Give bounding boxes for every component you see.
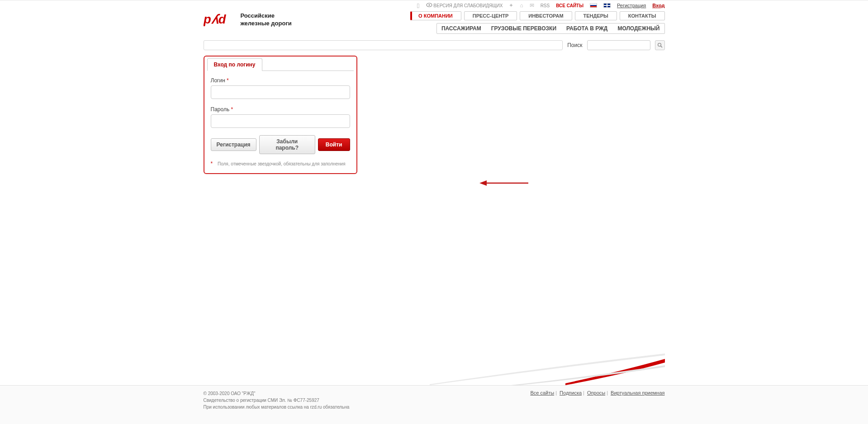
svg-text:pʎd: pʎd (204, 12, 227, 26)
footer-link-reception[interactable]: Виртуальная приемная (611, 390, 664, 396)
footer-regcert: Свидетельство о регистрации СМИ Эл. № ФС… (204, 397, 350, 404)
submit-login-button[interactable]: Войти (318, 138, 350, 151)
search-icon (657, 42, 663, 48)
footer-decoration (204, 349, 665, 385)
search-label: Поиск (567, 42, 582, 48)
nav-column: О КОМПАНИИ ПРЕСС-ЦЕНТР ИНВЕСТОРАМ ТЕНДЕР… (410, 11, 664, 34)
header-utility-row: ▯ ВЕРСИЯ ДЛЯ СЛАБОВИДЯЩИХ ✦ ⌂ ✉ RSS ВСЕ … (204, 0, 665, 11)
footer-link-subscribe[interactable]: Подписка (560, 390, 582, 396)
footer-right: Все сайты| Подписка| Опросы| Виртуальная… (530, 390, 664, 410)
nav-press[interactable]: ПРЕСС-ЦЕНТР (464, 11, 517, 20)
device-icon: ▯ (417, 2, 420, 9)
password-label-text: Пароль (211, 106, 230, 113)
required-mark: * (227, 77, 229, 84)
nav-tenders[interactable]: ТЕНДЕРЫ (575, 11, 617, 20)
nav-secondary-row: ПАССАЖИРАМ ГРУЗОВЫЕ ПЕРЕВОЗКИ РАБОТА В Р… (436, 23, 665, 34)
flag-uk-icon[interactable] (603, 3, 611, 8)
search-input[interactable] (587, 40, 650, 50)
logo-text: Российские железные дороги (241, 12, 292, 28)
logo-line1: Российские (241, 12, 292, 20)
nav-investors[interactable]: ИНВЕСТОРАМ (520, 11, 572, 20)
footer-attribution: При использовании любых материалов ссылк… (204, 404, 350, 410)
all-sites-link[interactable]: ВСЕ САЙТЫ (556, 3, 583, 8)
nav-careers[interactable]: РАБОТА В РЖД (566, 25, 607, 32)
forgot-password-button[interactable]: Забыли пароль? (259, 135, 315, 154)
nav-primary-row: О КОМПАНИИ ПРЕСС-ЦЕНТР ИНВЕСТОРАМ ТЕНДЕР… (410, 11, 664, 20)
mail-icon[interactable]: ✉ (530, 2, 534, 9)
footer-left: © 2003-2020 ОАО "РЖД" Свидетельство о ре… (204, 390, 350, 410)
login-input[interactable] (211, 85, 350, 99)
search-row: Поиск (204, 40, 665, 50)
sparkle-icon[interactable]: ✦ (509, 2, 513, 9)
home-icon[interactable]: ⌂ (520, 2, 523, 9)
logo-line2: железные дороги (241, 20, 292, 28)
footer: © 2003-2020 ОАО "РЖД" Свидетельство о ре… (0, 385, 868, 424)
registration-button[interactable]: Регистрация (211, 138, 256, 151)
required-mark: * (211, 160, 217, 167)
footer-link-allsites[interactable]: Все сайты (530, 390, 554, 396)
search-button[interactable] (655, 40, 665, 50)
login-link[interactable]: Вход (652, 3, 664, 8)
svg-point-3 (658, 43, 661, 47)
nav-youth[interactable]: МОЛОДЕЖНЫЙ (617, 25, 659, 32)
rss-link[interactable]: RSS (541, 3, 550, 8)
required-mark: * (231, 106, 233, 113)
nav-cargo[interactable]: ГРУЗОВЫЕ ПЕРЕВОЗКИ (491, 25, 556, 32)
registration-link[interactable]: Регистрация (617, 3, 646, 8)
accessibility-link[interactable]: ВЕРСИЯ ДЛЯ СЛАБОВИДЯЩИХ (426, 3, 503, 8)
login-tab[interactable]: Вход по логину (207, 58, 262, 71)
breadcrumb-bar (204, 40, 563, 50)
login-button-row: Регистрация Забыли пароль? Войти (211, 135, 350, 154)
required-footnote: * Поля, отмеченные звездочкой, обязатель… (204, 154, 356, 169)
password-input[interactable] (211, 114, 350, 128)
nav-passengers[interactable]: ПАССАЖИРАМ (441, 25, 481, 32)
header-main: pʎd Российские железные дороги О КОМПАНИ… (204, 11, 665, 34)
flag-ru-icon[interactable] (590, 3, 597, 8)
svg-point-1 (428, 4, 430, 5)
svg-line-4 (660, 46, 662, 47)
footer-copyright: © 2003-2020 ОАО "РЖД" (204, 390, 350, 397)
password-label: Пароль * (211, 106, 350, 113)
login-label-text: Логин (211, 77, 225, 84)
footer-link-polls[interactable]: Опросы (587, 390, 605, 396)
logo-block[interactable]: pʎd Российские железные дороги (204, 11, 292, 28)
footnote-text: Поля, отмеченные звездочкой, обязательны… (218, 161, 346, 166)
nav-about[interactable]: О КОМПАНИИ (410, 11, 461, 20)
accessibility-label: ВЕРСИЯ ДЛЯ СЛАБОВИДЯЩИХ (433, 3, 503, 8)
login-label: Логин * (211, 77, 350, 84)
eye-icon (426, 3, 432, 8)
content-area: Вход по логину Логин * Пароль * Регистра… (204, 56, 665, 174)
login-form-panel: Вход по логину Логин * Пароль * Регистра… (204, 56, 357, 174)
nav-contacts[interactable]: КОНТАКТЫ (620, 11, 665, 20)
rzd-logo-icon: pʎd (204, 12, 236, 28)
